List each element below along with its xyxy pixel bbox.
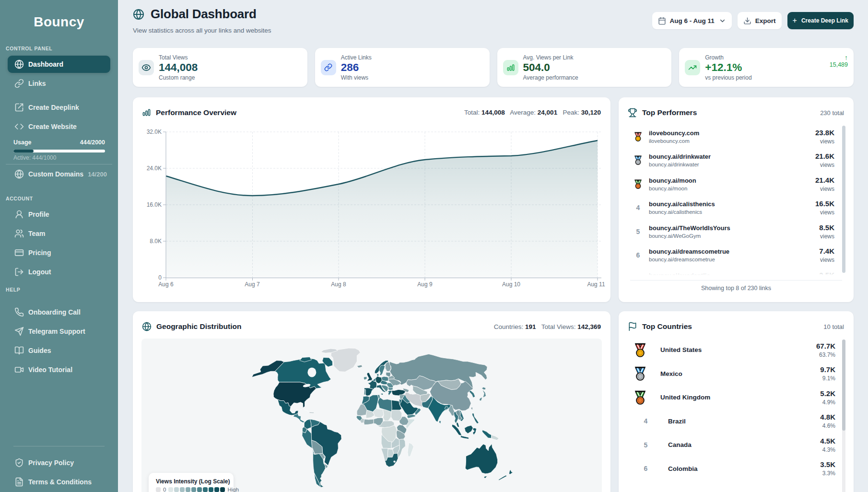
svg-text:16.0K: 16.0K bbox=[147, 201, 162, 208]
svg-text:8.0K: 8.0K bbox=[150, 238, 162, 245]
svg-text:Aug 10: Aug 10 bbox=[502, 281, 520, 288]
svg-text:Aug 7: Aug 7 bbox=[245, 281, 260, 288]
svg-text:24.0K: 24.0K bbox=[147, 165, 162, 172]
svg-text:0: 0 bbox=[158, 274, 162, 281]
svg-text:Aug 6: Aug 6 bbox=[158, 281, 174, 288]
svg-text:Aug 11: Aug 11 bbox=[587, 281, 605, 288]
svg-text:32.0K: 32.0K bbox=[147, 129, 162, 135]
svg-text:Aug 9: Aug 9 bbox=[417, 281, 433, 288]
svg-text:Aug 8: Aug 8 bbox=[331, 281, 346, 288]
